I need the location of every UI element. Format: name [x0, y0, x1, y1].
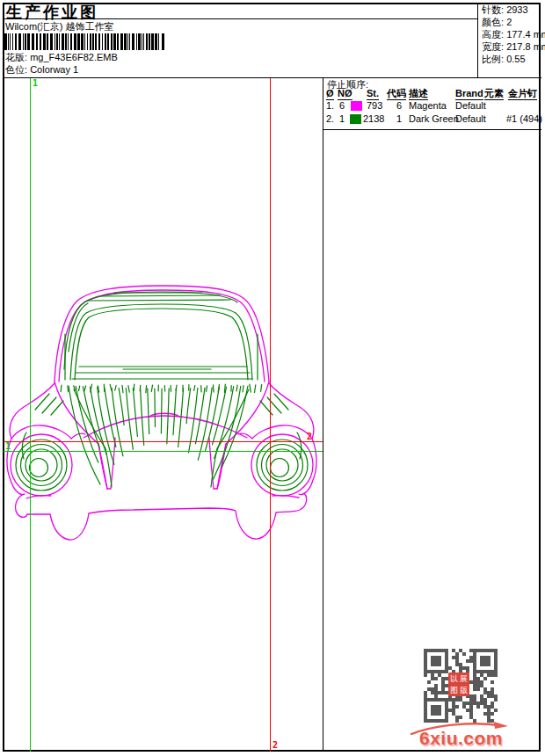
start-marker-hline	[4, 451, 323, 452]
col-header-elements: 元素	[484, 88, 504, 100]
seal-char-2: 展	[459, 673, 469, 685]
col-header-brand: Brand	[455, 88, 483, 100]
row2-description: Dark Green	[409, 113, 459, 125]
stat-colors-label: 颜色:	[482, 17, 504, 27]
stat-height-label: 高度:	[482, 29, 504, 40]
barcode	[4, 33, 164, 50]
col-header-number: Ø	[326, 88, 334, 100]
colorway-value: Colorway 1	[30, 64, 78, 75]
stat-colors-value: 2	[506, 17, 512, 27]
col-header-sequin: 金片钉	[508, 88, 537, 100]
title-underline	[4, 18, 477, 19]
row2-stitches: 2138	[363, 113, 384, 125]
end-marker-hline	[4, 441, 323, 442]
end-marker-label-bottom: 2	[272, 740, 278, 750]
row1-brand: Default	[455, 100, 486, 112]
col-header-description: 描述	[409, 88, 428, 100]
start-marker-label-left: 1	[5, 441, 11, 451]
table-bottom-border	[323, 129, 541, 130]
end-marker-label-right: 2	[307, 432, 312, 441]
seal-char-3: 图	[449, 685, 459, 696]
row2-element-count: #1 (494)	[506, 113, 542, 125]
row1-needle: 6	[339, 100, 345, 112]
stat-width-value: 217.8 mm	[506, 41, 545, 52]
start-marker-label-top: 1	[33, 78, 38, 88]
stat-scale-value: 0.55	[506, 54, 525, 64]
stat-stitches-value: 2933	[506, 4, 527, 15]
production-worksheet: 生产作业图 Wilcom(汇京) 越饰工作室 花版: mg_F43E6F82.E…	[0, 0, 545, 756]
pattern-row: 花版: mg_F43E6F82.EMB	[5, 52, 118, 63]
row1-description: Magenta	[409, 100, 447, 112]
colorway-row: 色位: Colorway 1	[5, 64, 78, 76]
row2-code: 1	[391, 113, 402, 125]
stat-colors: 颜色: 2	[482, 17, 512, 28]
red-seal-stamp: 以 展 图 版	[448, 672, 469, 696]
stat-stitches-label: 针数:	[482, 4, 504, 15]
stat-height-value: 177.4 mm	[506, 29, 545, 40]
seal-char-4: 版	[459, 685, 469, 696]
header-separator	[4, 77, 541, 78]
watermark-domain: 6xiu.com	[419, 728, 503, 749]
row2-color-swatch	[350, 114, 361, 124]
start-marker-vline	[30, 78, 31, 752]
stats-divider	[477, 4, 478, 77]
pattern-label: 花版:	[5, 52, 27, 62]
pattern-filename: mg_F43E6F82.EMB	[30, 52, 118, 62]
end-marker-vline	[270, 78, 271, 752]
stat-width: 宽度: 217.8 mm	[482, 41, 545, 53]
row1-index: 1.	[326, 100, 334, 112]
row2-needle: 1	[339, 113, 345, 125]
canvas-divider	[323, 77, 323, 752]
seal-char-1: 以	[449, 673, 459, 685]
row2-index: 2.	[326, 113, 334, 125]
stat-height: 高度: 177.4 mm	[482, 29, 545, 40]
row1-stitches: 793	[367, 100, 382, 112]
col-header-stitches: St.	[367, 88, 379, 100]
row1-code: 6	[391, 100, 402, 112]
stat-scale-label: 比例:	[482, 54, 504, 64]
studio-name: Wilcom(汇京) 越饰工作室	[5, 21, 113, 33]
stat-width-label: 宽度:	[482, 41, 504, 52]
colorway-label: 色位:	[5, 64, 27, 75]
stat-scale: 比例: 0.55	[482, 54, 526, 65]
row2-brand: Default	[455, 113, 486, 125]
row1-color-swatch	[351, 101, 362, 111]
stat-stitches: 针数: 2933	[482, 4, 528, 16]
page-title: 生产作业图	[6, 2, 98, 23]
col-header-needle: NØ	[338, 88, 352, 100]
col-header-code: 代码	[387, 88, 406, 100]
